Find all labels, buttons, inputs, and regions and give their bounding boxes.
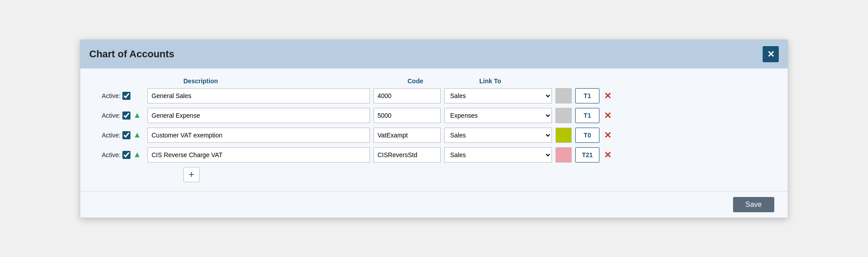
table-row: Active: ▲ Sales Expenses Purchases Other…	[94, 128, 774, 143]
tax-code-button[interactable]: T0	[575, 128, 599, 143]
table-row: Active: Sales Expenses Purchases Other T…	[94, 88, 774, 103]
active-checkbox[interactable]	[122, 92, 130, 100]
code-input[interactable]	[373, 147, 441, 163]
chart-of-accounts-dialog: Chart of Accounts ✕ Description Code Lin…	[80, 39, 788, 218]
active-label: Active:	[94, 112, 121, 119]
active-section: Active: ▲	[94, 130, 148, 140]
active-checkbox[interactable]	[122, 131, 130, 139]
active-label: Active:	[94, 151, 121, 158]
up-arrow-icon[interactable]: ▲	[133, 150, 142, 159]
active-section: Active: ▲	[94, 150, 148, 159]
linkto-select[interactable]: Sales Expenses Purchases Other	[444, 128, 552, 143]
active-checkbox[interactable]	[122, 111, 130, 120]
linkto-select[interactable]: Sales Expenses Purchases Other	[444, 108, 552, 123]
delete-button[interactable]: ✕	[604, 130, 612, 141]
dialog-footer: Save	[80, 191, 788, 218]
code-input[interactable]	[373, 108, 441, 123]
code-input[interactable]	[373, 88, 441, 103]
dialog-title: Chart of Accounts	[89, 48, 174, 60]
description-input[interactable]	[148, 108, 370, 123]
delete-button[interactable]: ✕	[604, 110, 612, 121]
color-swatch[interactable]	[556, 108, 572, 123]
col-header-code: Code	[408, 77, 479, 85]
color-swatch[interactable]	[556, 128, 572, 143]
table-row: Active: ▲ Sales Expenses Purchases Other…	[94, 108, 774, 123]
dialog-body: Description Code Link To Active: Sales E…	[80, 69, 788, 191]
add-row-button[interactable]: +	[183, 167, 200, 182]
active-label: Active:	[94, 92, 121, 99]
active-checkbox[interactable]	[122, 151, 130, 159]
color-swatch[interactable]	[556, 88, 572, 103]
delete-button[interactable]: ✕	[604, 90, 612, 101]
save-button[interactable]: Save	[733, 197, 774, 212]
delete-button[interactable]: ✕	[604, 150, 612, 160]
color-swatch[interactable]	[556, 147, 572, 163]
description-input[interactable]	[148, 88, 370, 103]
linkto-select[interactable]: Sales Expenses Purchases Other	[444, 147, 552, 163]
table-row: Active: ▲ Sales Expenses Purchases Other…	[94, 147, 774, 163]
up-arrow-icon[interactable]: ▲	[133, 130, 142, 140]
col-header-linkto: Link To	[479, 77, 596, 85]
dialog-header: Chart of Accounts ✕	[80, 40, 788, 69]
description-input[interactable]	[148, 128, 370, 143]
description-input[interactable]	[148, 147, 370, 163]
linkto-select[interactable]: Sales Expenses Purchases Other	[444, 88, 552, 103]
tax-code-button[interactable]: T1	[575, 108, 599, 123]
tax-code-button[interactable]: T21	[575, 147, 599, 163]
code-input[interactable]	[373, 128, 441, 143]
column-headers: Description Code Link To	[183, 77, 774, 85]
add-row: +	[183, 167, 774, 182]
active-section: Active: ▲	[94, 111, 148, 120]
close-button[interactable]: ✕	[763, 46, 779, 62]
active-section: Active:	[94, 92, 148, 100]
tax-code-button[interactable]: T1	[575, 88, 599, 103]
up-arrow-icon[interactable]: ▲	[133, 111, 142, 120]
col-header-description: Description	[183, 77, 408, 85]
active-label: Active:	[94, 132, 121, 139]
